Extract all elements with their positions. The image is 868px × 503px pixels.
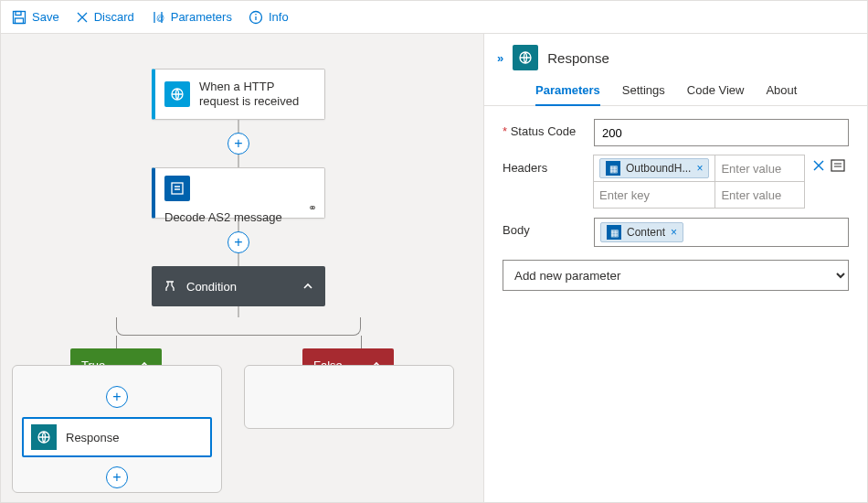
svg-point-8	[255, 14, 257, 16]
panel-title: Response	[547, 50, 609, 66]
connector	[238, 155, 239, 167]
headers-label: Headers	[503, 155, 587, 175]
connector	[116, 336, 117, 348]
connector	[361, 336, 362, 348]
token-label: Content	[627, 226, 665, 239]
header-key-token[interactable]: ▦ OutboundH... ×	[599, 158, 709, 178]
connector	[238, 253, 239, 266]
parameters-button[interactable]: @ Parameters	[151, 10, 232, 25]
save-label: Save	[32, 10, 59, 24]
link-icon: ⚭	[308, 201, 317, 214]
collapse-panel-button[interactable]: »	[497, 51, 503, 65]
header-key-cell[interactable]: ▦ OutboundH... ×	[593, 155, 715, 182]
toolbar: Save Discard @ Parameters Info	[1, 1, 867, 34]
header-value-cell[interactable]: Enter value	[715, 155, 805, 182]
header-key-cell[interactable]: Enter key	[593, 181, 715, 209]
headers-grid: ▦ OutboundH... × Enter value Enter key E…	[594, 155, 805, 209]
designer-canvas[interactable]: When a HTTP request is received + Decode…	[1, 34, 483, 502]
tab-settings[interactable]: Settings	[622, 83, 665, 105]
svg-rect-2	[16, 18, 24, 24]
header-value-cell[interactable]: Enter value	[715, 181, 805, 209]
decode-icon	[164, 176, 190, 201]
chevron-up-icon	[302, 280, 314, 293]
info-button[interactable]: Info	[249, 10, 289, 25]
http-request-icon	[164, 81, 190, 107]
response-label: Response	[66, 431, 120, 444]
headers-switch-mode-button[interactable]	[831, 159, 845, 172]
svg-rect-1	[16, 11, 21, 15]
panel-tabs: Parameters Settings Code View About	[484, 74, 867, 106]
svg-text:@: @	[156, 13, 164, 22]
tab-about[interactable]: About	[766, 83, 797, 105]
body-token[interactable]: ▦ Content ×	[600, 222, 683, 242]
parameters-icon: @	[151, 10, 165, 25]
body-input[interactable]: ▦ Content ×	[594, 218, 849, 247]
add-step-button[interactable]: +	[106, 386, 128, 408]
token-label: OutboundH...	[626, 162, 691, 175]
token-source-icon: ▦	[606, 161, 620, 176]
info-label: Info	[269, 10, 289, 24]
discard-label: Discard	[94, 10, 134, 24]
false-branch-container	[244, 365, 454, 429]
trigger-node[interactable]: When a HTTP request is received	[152, 69, 325, 120]
token-remove-icon[interactable]: ×	[671, 226, 677, 239]
parameters-label: Parameters	[171, 10, 232, 24]
close-icon	[76, 11, 89, 24]
details-panel: » Response Parameters Settings Code View…	[483, 34, 867, 502]
add-step-button[interactable]: +	[228, 231, 249, 253]
close-icon	[812, 159, 825, 172]
response-icon	[31, 424, 57, 450]
status-code-label: Status Code	[503, 119, 587, 138]
connector	[238, 120, 239, 133]
tab-code-view[interactable]: Code View	[687, 83, 745, 105]
status-code-input[interactable]	[594, 119, 849, 146]
connector	[238, 219, 239, 231]
add-parameter-select[interactable]: Add new parameter	[503, 260, 849, 291]
svg-rect-10	[172, 183, 183, 194]
add-step-button[interactable]: +	[228, 133, 249, 155]
response-node[interactable]: Response	[22, 417, 212, 457]
save-icon	[12, 10, 26, 25]
trigger-label: When a HTTP request is received	[199, 80, 315, 110]
decode-label: Decode AS2 message	[164, 210, 282, 225]
tab-parameters[interactable]: Parameters	[535, 83, 600, 106]
condition-icon	[163, 279, 177, 294]
body-label: Body	[503, 218, 587, 237]
discard-button[interactable]: Discard	[76, 10, 134, 24]
condition-label: Condition	[186, 280, 237, 294]
branch-connector	[116, 317, 361, 336]
condition-node[interactable]: Condition	[152, 266, 325, 306]
token-source-icon: ▦	[607, 225, 621, 240]
true-branch-container: + Response +	[12, 365, 222, 493]
save-button[interactable]: Save	[12, 10, 59, 25]
response-icon	[513, 45, 538, 70]
text-mode-icon	[831, 159, 845, 172]
connector	[238, 306, 239, 317]
info-icon	[249, 10, 263, 25]
token-remove-icon[interactable]: ×	[696, 162, 703, 175]
headers-remove-button[interactable]	[812, 159, 825, 172]
add-step-button[interactable]: +	[106, 466, 128, 488]
svg-rect-15	[831, 160, 844, 171]
decode-as2-node[interactable]: Decode AS2 message ⚭	[152, 167, 325, 219]
